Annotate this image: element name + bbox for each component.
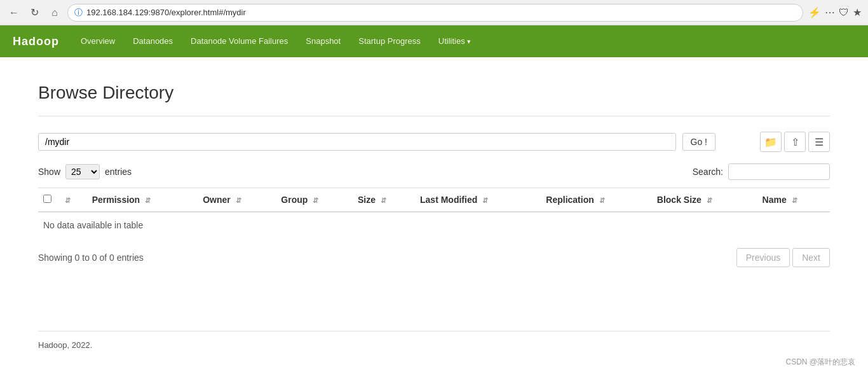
folder-icon: 📁 [764,136,777,148]
no-data-cell: No data available in table [38,212,830,238]
table-controls: Show 10 25 50 100 entries Search: [38,163,830,180]
table-head: ⇵ Permission ⇵ Owner ⇵ Group ⇵ Size ⇵ [38,188,830,212]
back-button[interactable]: ← [6,5,22,20]
pagination-buttons: Previous Next [736,248,830,267]
th-name[interactable]: Name ⇵ [757,188,830,212]
data-table: ⇵ Permission ⇵ Owner ⇵ Group ⇵ Size ⇵ [38,188,830,238]
nav-link-snapshot[interactable]: Snapshot [297,25,349,57]
search-bar: Search: [693,163,830,180]
go-button[interactable]: Go ! [682,133,715,151]
info-icon: ⓘ [74,7,83,18]
bookmark-icon[interactable]: ★ [853,6,862,18]
browser-actions: ⚡ ⋯ 🛡 ★ [808,6,862,18]
path-input[interactable] [38,133,676,151]
th-last-modified-label: Last Modified [420,195,477,205]
browser-chrome: ← ↻ ⌂ ⓘ ⚡ ⋯ 🛡 ★ [0,0,868,25]
folder-icon-btn[interactable]: 📁 [760,132,782,152]
th-size[interactable]: Size ⇵ [353,188,415,212]
search-input[interactable] [728,163,830,180]
footer-text: Hadoop, 2022. [38,340,92,350]
up-arrow-icon: ⇧ [791,136,799,148]
th-name-label: Name [763,195,787,205]
list-icon: ☰ [815,136,824,148]
th-replication[interactable]: Replication ⇵ [541,188,652,212]
nav-item-overview[interactable]: Overview [72,25,124,57]
navbar-nav: Overview Datanodes Datanode Volume Failu… [72,25,480,57]
th-owner-label: Owner [203,195,231,205]
nav-item-datanode-volume-failures[interactable]: Datanode Volume Failures [182,25,297,57]
search-label: Search: [693,167,723,177]
table-body: No data available in table [38,212,830,238]
th-group[interactable]: Group ⇵ [276,188,353,212]
select-all-checkbox[interactable] [43,195,51,203]
nav-item-startup-progress[interactable]: Startup Progress [349,25,430,57]
sort-icon-all: ⇵ [65,197,71,205]
th-size-label: Size [358,195,376,205]
sort-icon-group: ⇵ [313,197,318,205]
path-bar: Go ! 📁 ⇧ ☰ [38,132,830,152]
pagination-info: Showing 0 to 0 of 0 entries [38,253,144,263]
previous-button[interactable]: Previous [736,248,790,267]
path-icon-group: 📁 ⇧ ☰ [760,132,830,152]
th-owner[interactable]: Owner ⇵ [198,188,276,212]
title-divider [38,116,830,116]
sort-icon-owner: ⇵ [236,197,241,205]
show-entries: Show 10 25 50 100 entries [38,164,132,179]
refresh-button[interactable]: ↻ [27,5,42,20]
next-button[interactable]: Next [792,248,830,267]
footer: Hadoop, 2022. [38,331,830,359]
navbar: Hadoop Overview Datanodes Datanode Volum… [0,25,868,57]
watermark: CSDN @落叶的悲哀 [785,357,855,359]
th-checkbox[interactable] [38,188,57,212]
show-label: Show [38,167,60,177]
entries-label: entries [105,167,132,177]
more-icon[interactable]: ⋯ [825,6,835,18]
nav-link-datanode-volume-failures[interactable]: Datanode Volume Failures [182,25,297,57]
th-group-label: Group [281,195,308,205]
watermark-text: CSDN @落叶的悲哀 [785,357,855,359]
nav-item-utilities[interactable]: Utilities [430,25,480,57]
sort-icon-size: ⇵ [381,197,386,205]
no-data-row: No data available in table [38,212,830,238]
list-icon-btn[interactable]: ☰ [808,132,830,152]
nav-link-datanodes[interactable]: Datanodes [124,25,182,57]
th-replication-label: Replication [546,195,593,205]
main-content: Browse Directory Go ! 📁 ⇧ ☰ Show 10 25 5… [0,57,868,312]
sort-icon-replication: ⇵ [599,197,605,205]
shield-icon: 🛡 [839,7,849,18]
sort-icon-permission: ⇵ [145,197,151,205]
home-button[interactable]: ⌂ [47,5,62,20]
table-header-row: ⇵ Permission ⇵ Owner ⇵ Group ⇵ Size ⇵ [38,188,830,212]
address-bar: ⓘ [67,4,803,22]
nav-item-snapshot[interactable]: Snapshot [297,25,349,57]
th-block-size-label: Block Size [657,195,702,205]
th-block-size[interactable]: Block Size ⇵ [652,188,757,212]
nav-link-utilities[interactable]: Utilities [430,25,480,57]
nav-link-overview[interactable]: Overview [72,25,124,57]
th-permission[interactable]: Permission ⇵ [87,188,198,212]
page-title: Browse Directory [38,83,830,103]
sort-icon-last-modified: ⇵ [482,197,488,205]
up-icon-btn[interactable]: ⇧ [784,132,806,152]
sort-icon-name: ⇵ [792,197,797,205]
nav-link-startup-progress[interactable]: Startup Progress [349,25,430,57]
sort-icon-block-size: ⇵ [707,197,712,205]
th-sort-all[interactable]: ⇵ [57,188,87,212]
th-last-modified[interactable]: Last Modified ⇵ [415,188,541,212]
reader-icon[interactable]: ⚡ [808,6,821,18]
pagination-bar: Showing 0 to 0 of 0 entries Previous Nex… [38,248,830,267]
url-input[interactable] [86,8,796,17]
nav-item-datanodes[interactable]: Datanodes [124,25,182,57]
th-permission-label: Permission [92,195,140,205]
entries-select[interactable]: 10 25 50 100 [65,164,100,179]
navbar-brand: Hadoop [13,35,59,48]
